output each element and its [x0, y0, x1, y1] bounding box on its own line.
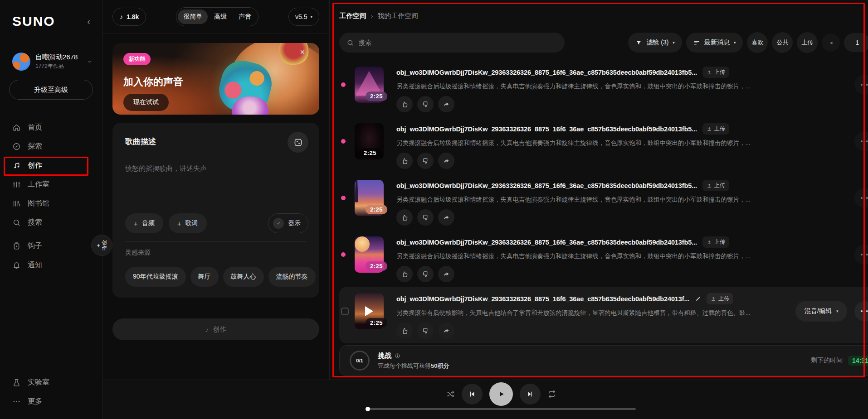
try-now-button[interactable]: 现在试试: [123, 94, 169, 111]
dislike-button[interactable]: [417, 323, 434, 339]
song-thumbnail[interactable]: 2:25: [355, 123, 384, 159]
song-title[interactable]: obj_wo3DlMOGwrbDjj7DisKw_29363326326_887…: [396, 182, 697, 189]
page-number[interactable]: 1: [844, 33, 868, 52]
filter-liked-button[interactable]: 喜欢: [747, 32, 768, 53]
like-button[interactable]: [396, 266, 413, 282]
model-version-select[interactable]: v5.5 ▾: [288, 8, 319, 26]
tag-smooth-rhythm[interactable]: 流畅的节奏: [268, 267, 316, 287]
tab-simple[interactable]: 很简单: [178, 10, 208, 24]
add-lyrics-button[interactable]: + 歌词: [169, 213, 207, 233]
sidebar-item-labs[interactable]: 实验室: [0, 373, 102, 392]
upload-icon: [711, 296, 716, 302]
unplayed-dot: [341, 196, 346, 200]
pencil-icon[interactable]: [695, 296, 701, 302]
challenge-bar[interactable]: 0/1 挑战 完成每个挑战可获得50积分 剩下的时间 14:31 ∧: [339, 345, 868, 376]
user-profile[interactable]: 自嘲滑动2678 1772年作品: [12, 53, 93, 71]
sidebar-item-search[interactable]: 搜索: [0, 213, 102, 232]
filter-uploaded-button[interactable]: 上传: [797, 32, 818, 53]
more-options-button[interactable]: •••: [854, 188, 868, 208]
share-button[interactable]: [438, 209, 454, 226]
upgrade-button[interactable]: 升级至高级: [9, 80, 93, 100]
tab-voice[interactable]: 声音: [233, 10, 257, 24]
seek-bar[interactable]: [366, 408, 636, 410]
play-icon[interactable]: [365, 306, 373, 316]
next-track-button[interactable]: [520, 384, 541, 405]
tag-dancehall[interactable]: 舞厅: [190, 267, 219, 287]
share-button[interactable]: [438, 153, 454, 169]
song-row[interactable]: 2:25 obj_wo3DlMOGwrbDjj7DisKw_2936332632…: [339, 173, 868, 230]
tab-advanced[interactable]: 高级: [209, 10, 232, 24]
song-row[interactable]: 2:25 obj_wo3DlMOGwrbDjj7DisKw_2936332632…: [339, 60, 868, 117]
song-title[interactable]: obj_wo3DlMOGwrbDjj7DisKw_29363326326_887…: [396, 239, 697, 246]
like-button[interactable]: [396, 153, 413, 169]
song-title[interactable]: obj_wo3DlMOGwrbDjj7DisKw_29363326326_887…: [396, 295, 689, 303]
dislike-button[interactable]: [417, 209, 434, 226]
dislike-button[interactable]: [417, 96, 434, 112]
song-thumbnail[interactable]: 2:25: [355, 236, 384, 273]
share-button[interactable]: [438, 266, 454, 282]
repeat-button[interactable]: [547, 390, 556, 399]
seek-knob[interactable]: [366, 407, 370, 411]
promo-banner[interactable]: × 新功能 加入你的声音 现在试试: [112, 43, 319, 115]
dislike-button[interactable]: [417, 153, 434, 169]
more-options-button[interactable]: •••: [854, 245, 868, 265]
play-button[interactable]: [489, 382, 513, 406]
previous-track-button[interactable]: [462, 384, 483, 405]
sidebar-item-library[interactable]: 图书馆: [0, 194, 102, 213]
quick-create-button[interactable]: + 创作: [91, 235, 112, 256]
page-prev-button[interactable]: ◂: [822, 34, 840, 52]
search-box[interactable]: [339, 33, 565, 53]
song-thumbnail[interactable]: 2:25: [355, 67, 384, 103]
close-icon[interactable]: ×: [300, 48, 305, 57]
more-options-button[interactable]: •••: [854, 75, 868, 95]
share-button[interactable]: [438, 96, 454, 112]
more-options-button[interactable]: •••: [854, 301, 868, 321]
remix-edit-button[interactable]: 混音/编辑 ▾: [795, 301, 847, 322]
song-thumbnail[interactable]: 2:25: [355, 293, 384, 329]
filter-button[interactable]: 滤镜 (3) ▾: [628, 33, 682, 53]
like-button[interactable]: [396, 209, 413, 226]
sidebar-item-studio[interactable]: 工作室: [0, 175, 102, 194]
sidebar-item-notifications[interactable]: 通知: [0, 255, 102, 275]
tag-grunge[interactable]: 90年代垃圾摇滚: [125, 267, 186, 287]
filter-label: 滤镜 (3): [646, 39, 668, 47]
like-button[interactable]: [396, 96, 413, 112]
song-row[interactable]: 2:25 obj_wo3DlMOGwrbDjj7DisKw_2936332632…: [339, 230, 868, 287]
shuffle-button[interactable]: [446, 390, 455, 399]
upload-label: 上传: [714, 238, 725, 246]
challenge-subtitle: 完成每个挑战可获得50积分: [378, 362, 449, 370]
sidebar-collapse-icon[interactable]: ‹: [87, 16, 90, 27]
randomize-dice-button[interactable]: [288, 132, 308, 153]
instrumental-toggle[interactable]: 器乐: [268, 213, 308, 233]
dislike-button[interactable]: [417, 266, 434, 282]
sidebar-item-create[interactable]: 创作: [0, 156, 102, 175]
tag-inspiring[interactable]: 鼓舞人心: [223, 267, 264, 287]
song-title[interactable]: obj_wo3DlMOGwrbDjj7DisKw_29363326326_887…: [396, 125, 697, 133]
row-checkbox[interactable]: [341, 308, 349, 315]
add-audio-button[interactable]: + 音频: [125, 213, 163, 233]
sort-button[interactable]: 最新消息 ▾: [686, 33, 743, 53]
song-title[interactable]: obj_wo3DlMOGwrbDjj7DisKw_29363326326_887…: [396, 69, 697, 76]
more-options-button[interactable]: •••: [854, 131, 868, 151]
song-description-input[interactable]: 愤怒的摇摆歌曲，讲述失声: [125, 164, 307, 173]
song-row-selected[interactable]: 2:25 obj_wo3DlMOGwrbDjj7DisKw_2936332632…: [339, 287, 868, 343]
chevron-down-icon: ▾: [836, 309, 839, 313]
upload-label: 上传: [714, 125, 725, 133]
filter-public-button[interactable]: 公共: [772, 32, 793, 53]
share-button[interactable]: [438, 323, 454, 339]
song-row[interactable]: 2:25 obj_wo3DlMOGwrbDjj7DisKw_2936332632…: [339, 117, 868, 173]
create-song-button[interactable]: ♪ 创作: [112, 318, 319, 340]
breadcrumb-workspace[interactable]: 工作空间: [339, 12, 366, 20]
info-icon[interactable]: [395, 353, 400, 359]
sidebar-item-explore[interactable]: 探索: [0, 137, 102, 156]
credits-badge[interactable]: ♪ 1.8k: [112, 8, 146, 26]
avatar[interactable]: [12, 53, 30, 71]
like-button[interactable]: [396, 323, 413, 339]
song-thumbnail[interactable]: 2:25: [355, 180, 384, 216]
sidebar-item-home[interactable]: 首页: [0, 118, 102, 137]
suno-logo[interactable]: SUNO: [12, 14, 55, 29]
sidebar-item-more[interactable]: 更多: [0, 392, 102, 411]
sidebar-item-hooks[interactable]: 钩子: [0, 236, 102, 255]
search-input[interactable]: [359, 39, 557, 46]
chevron-down-icon[interactable]: [87, 58, 93, 65]
